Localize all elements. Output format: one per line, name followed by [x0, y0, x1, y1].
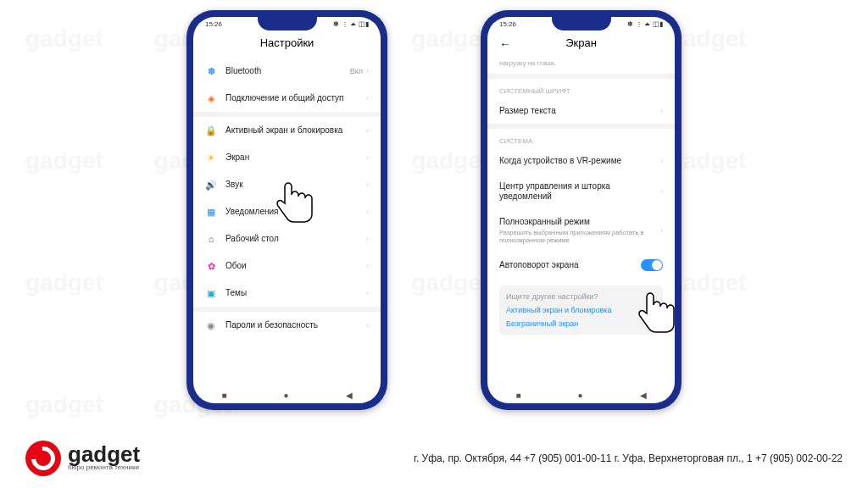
row-label: Полноэкранный режимРазрешить выбранным п… — [499, 217, 660, 244]
logo-icon — [25, 441, 61, 476]
chevron-icon: › — [660, 107, 663, 115]
row-label: Когда устройство в VR-режиме — [499, 156, 660, 166]
row-icon: 🔒 — [205, 125, 217, 136]
suggestion-link[interactable]: Безграничный экран — [506, 319, 656, 328]
row-label: Темы — [225, 288, 366, 298]
chevron-icon: › — [366, 153, 369, 162]
row-icon: ▦ — [205, 206, 217, 218]
row-label: Экран — [225, 152, 366, 163]
settings-row[interactable]: Размер текста› — [487, 98, 675, 124]
row-icon: ✿ — [205, 260, 217, 272]
chevron-icon: › — [366, 94, 369, 103]
row-label: Пароли и безопасность — [225, 320, 366, 330]
settings-row[interactable]: Полноэкранный режимРазрешить выбранным п… — [487, 209, 675, 252]
footer: gadget бюро ремонта техники г. Уфа, пр. … — [0, 435, 868, 488]
row-label: Размер текста — [499, 106, 660, 116]
row-icon: ◉ — [205, 319, 217, 331]
settings-row[interactable]: 🔒Активный экран и блокировка› — [193, 117, 381, 144]
settings-row[interactable]: ▣Темы› — [193, 280, 381, 307]
row-label: Звук — [225, 180, 366, 190]
settings-row[interactable]: Автоповорот экрана — [487, 252, 675, 279]
chevron-icon: › — [660, 187, 663, 196]
chevron-icon: › — [366, 289, 369, 297]
settings-row[interactable]: ✿Обои› — [193, 252, 381, 280]
chevron-icon: › — [660, 157, 663, 165]
suggestion-link[interactable]: Активный экран и блокировка — [506, 306, 656, 314]
settings-row[interactable]: ☀Экран› — [193, 144, 381, 171]
phone-left: 15:26▮ ⌀ ⎘ ··· ✽ ⋮ ⏶ ◫▮ Настройки ✽Bluet… — [186, 10, 387, 410]
row-icon: ✽ — [205, 65, 217, 77]
settings-row[interactable]: ✽BluetoothВкл› — [193, 58, 381, 85]
row-label: Bluetooth — [225, 66, 350, 76]
back-icon[interactable]: ← — [499, 37, 511, 51]
toggle[interactable] — [641, 259, 663, 271]
row-label: Обои — [225, 261, 366, 271]
chevron-icon: › — [366, 208, 369, 216]
navbar[interactable]: ■●◀ — [487, 384, 675, 403]
address: г. Уфа, пр. Октября, 44 +7 (905) 001-00-… — [414, 452, 843, 464]
search-suggestions: Ищите другие настройки?Активный экран и … — [499, 286, 663, 335]
row-label: Подключение и общий доступ — [225, 93, 366, 103]
row-label: Активный экран и блокировка — [225, 125, 366, 136]
settings-row[interactable]: ⌂Рабочий стол› — [193, 225, 381, 252]
settings-row[interactable]: ◈Подключение и общий доступ› — [193, 85, 381, 112]
phone-right: 15:26▮ ⌀ ⎘ ··· ✽ ⋮ ⏶ ◫▮ ← Экран нагрузку… — [481, 10, 682, 410]
section-header: СИСТЕМА — [487, 129, 675, 148]
row-label: Рабочий стол — [225, 234, 366, 244]
section-header: СИСТЕМНЫЙ ШРИФТ — [487, 79, 675, 98]
chevron-icon: › — [366, 180, 369, 189]
page-title: ← Экран — [487, 30, 675, 58]
row-label: Автоповорот экрана — [499, 260, 641, 270]
row-icon: 🔊 — [205, 179, 217, 191]
logo: gadget бюро ремонта техники — [25, 441, 140, 476]
row-icon: ⌂ — [205, 233, 217, 245]
row-label: Центр управления и шторка уведомлений — [499, 181, 660, 202]
chevron-icon: › — [366, 262, 369, 270]
row-icon: ☀ — [205, 152, 217, 164]
chevron-icon: › — [366, 235, 369, 243]
settings-row[interactable]: Когда устройство в VR-режиме› — [487, 148, 675, 174]
settings-row[interactable]: ▦Уведомления› — [193, 198, 381, 225]
chevron-icon: › — [366, 321, 369, 330]
navbar[interactable]: ■●◀ — [193, 384, 381, 403]
row-icon: ▣ — [205, 287, 217, 299]
page-title: Настройки — [193, 30, 381, 58]
row-label: Уведомления — [225, 207, 366, 217]
row-icon: ◈ — [205, 92, 217, 104]
settings-row[interactable]: ◉Пароли и безопасность› — [193, 312, 381, 339]
settings-row[interactable]: Центр управления и шторка уведомлений› — [487, 174, 675, 209]
chevron-icon: › — [366, 67, 369, 75]
chevron-icon: › — [660, 226, 663, 235]
chevron-icon: › — [366, 126, 369, 135]
settings-row[interactable]: 🔊Звук› — [193, 171, 381, 198]
